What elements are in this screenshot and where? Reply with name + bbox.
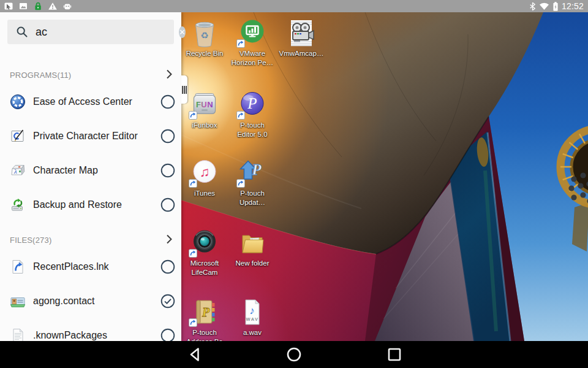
svg-text:P: P bbox=[247, 95, 257, 112]
svg-text:λ: λ bbox=[13, 167, 17, 175]
select-radio[interactable] bbox=[160, 129, 175, 144]
clear-search-icon[interactable]: ✕ bbox=[179, 26, 186, 38]
select-radio[interactable] bbox=[160, 259, 175, 274]
vmwamcap-icon bbox=[287, 18, 316, 48]
desktop-icon-ptouch-update[interactable]: P P-touchUpdat… bbox=[229, 158, 276, 207]
svg-text:♫: ♫ bbox=[200, 164, 210, 180]
list-item-private-character-editor[interactable]: Private Character Editor bbox=[0, 119, 181, 153]
ease-of-access-icon bbox=[10, 94, 26, 110]
list-item-character-map[interactable]: λ Character Map bbox=[0, 153, 181, 188]
cast-icon bbox=[4, 1, 13, 11]
status-left-icons bbox=[0, 1, 72, 11]
desktop-icon-ifunbox[interactable]: FUN iFunbox bbox=[181, 90, 228, 130]
warning-icon bbox=[48, 1, 58, 11]
desktop-icon-ptouch-editor[interactable]: P P-touchEditor 5.0 bbox=[229, 90, 276, 139]
character-map-icon: λ bbox=[10, 163, 26, 178]
chevron-right-icon[interactable] bbox=[166, 234, 173, 245]
shortcut-arrow-icon bbox=[236, 111, 245, 120]
files-label: FILES(273) bbox=[10, 236, 51, 245]
vmware-horizon-icon bbox=[238, 18, 267, 48]
select-radio[interactable] bbox=[160, 294, 175, 309]
section-files: FILES(273) RecentPlaces.lnk agong.contac… bbox=[0, 222, 181, 353]
ptouch-update-icon: P bbox=[238, 158, 267, 188]
svg-text:FUN: FUN bbox=[196, 100, 213, 109]
tablet-screen: 12:52 ✕ PROGRAMS(11) Ease of Access Cent… bbox=[0, 0, 588, 368]
section-programs: PROGRAMS(11) Ease of Access Center Priva… bbox=[0, 52, 181, 222]
remote-desktop[interactable]: ♻ Recycle Bin VMwareHorizon Pe… VmwAmcap… bbox=[181, 12, 588, 341]
status-right-icons: 12:52 bbox=[529, 1, 588, 12]
shortcut-arrow-icon bbox=[236, 39, 245, 48]
shortcut-arrow-icon bbox=[189, 111, 197, 120]
image-icon bbox=[18, 1, 28, 11]
svg-text:P: P bbox=[251, 161, 262, 178]
svg-text:P: P bbox=[202, 305, 210, 319]
search-icon bbox=[16, 26, 28, 38]
list-item-backup-and-restore[interactable]: Backup and Restore bbox=[0, 188, 181, 222]
svg-text:WAV: WAV bbox=[246, 316, 258, 322]
programs-label: PROGRAMS(11) bbox=[10, 71, 71, 80]
bluetooth-icon bbox=[529, 2, 536, 11]
search-box[interactable]: ✕ bbox=[7, 20, 174, 44]
android-nav-bar bbox=[0, 341, 588, 368]
shortcut-arrow-icon bbox=[189, 318, 197, 327]
desktop-icon-lifecam[interactable]: MicrosoftLifeCam bbox=[181, 228, 228, 277]
svg-text:♻: ♻ bbox=[200, 30, 208, 40]
itunes-icon: ♫ bbox=[190, 158, 219, 188]
home-button[interactable] bbox=[274, 341, 314, 368]
select-radio[interactable] bbox=[160, 163, 175, 178]
a-wav-icon: ♪WAV bbox=[238, 297, 267, 327]
recycle-bin-icon: ♻ bbox=[190, 18, 219, 48]
status-bar: 12:52 bbox=[0, 0, 588, 12]
desktop-icon-a-wav[interactable]: ♪WAV a.wav bbox=[229, 297, 276, 337]
backup-restore-icon bbox=[10, 197, 26, 213]
search-panel: ✕ PROGRAMS(11) Ease of Access Center Pri… bbox=[0, 12, 181, 341]
select-radio[interactable] bbox=[160, 94, 175, 109]
clock: 12:52 bbox=[562, 1, 584, 11]
chevron-right-icon[interactable] bbox=[166, 69, 173, 80]
shortcut-arrow-icon bbox=[236, 179, 245, 188]
ptouch-address-icon: P bbox=[190, 297, 219, 327]
ifunbox-icon: FUN bbox=[190, 90, 219, 120]
desktop-icon-new-folder[interactable]: New folder bbox=[229, 228, 276, 268]
desktop-icon-ptouch-address[interactable]: P P-touchAddress Bo bbox=[181, 297, 228, 341]
recent-places-icon bbox=[10, 259, 26, 275]
svg-text:♪: ♪ bbox=[249, 305, 255, 316]
shortcut-arrow-icon bbox=[189, 249, 197, 258]
list-item-ease-of-access-center[interactable]: Ease of Access Center bbox=[0, 85, 181, 119]
private-char-editor-icon bbox=[10, 128, 26, 144]
ptouch-editor-icon: P bbox=[238, 90, 267, 120]
desktop-icon-recycle-bin[interactable]: ♻ Recycle Bin bbox=[181, 18, 228, 58]
desktop-icon-vmwamcap[interactable]: VmwAmcap… bbox=[278, 18, 325, 58]
list-item-agong-contact[interactable]: agong.contact bbox=[0, 284, 181, 318]
search-input[interactable] bbox=[34, 25, 179, 39]
battery-charging-icon bbox=[552, 1, 559, 12]
files-header[interactable]: FILES(273) bbox=[0, 222, 181, 250]
recents-button[interactable] bbox=[375, 341, 414, 368]
lifecam-icon bbox=[190, 228, 219, 258]
new-folder-icon bbox=[238, 228, 267, 258]
programs-header[interactable]: PROGRAMS(11) bbox=[0, 52, 181, 85]
contact-card-icon bbox=[10, 293, 26, 309]
shortcut-arrow-icon bbox=[189, 179, 197, 188]
robot-icon bbox=[62, 1, 72, 11]
desktop-icon-vmware-horizon[interactable]: VMwareHorizon Pe… bbox=[229, 18, 276, 67]
panel-drag-handle[interactable] bbox=[181, 75, 187, 104]
floating-menu-handle[interactable] bbox=[566, 171, 588, 207]
back-button[interactable] bbox=[176, 341, 216, 368]
list-item-recentplaces-lnk[interactable]: RecentPlaces.lnk bbox=[0, 250, 181, 284]
wifi-icon bbox=[539, 2, 549, 10]
desktop-icon-itunes[interactable]: ♫ iTunes bbox=[181, 158, 228, 198]
select-radio[interactable] bbox=[160, 197, 175, 212]
lock-icon bbox=[33, 1, 43, 11]
